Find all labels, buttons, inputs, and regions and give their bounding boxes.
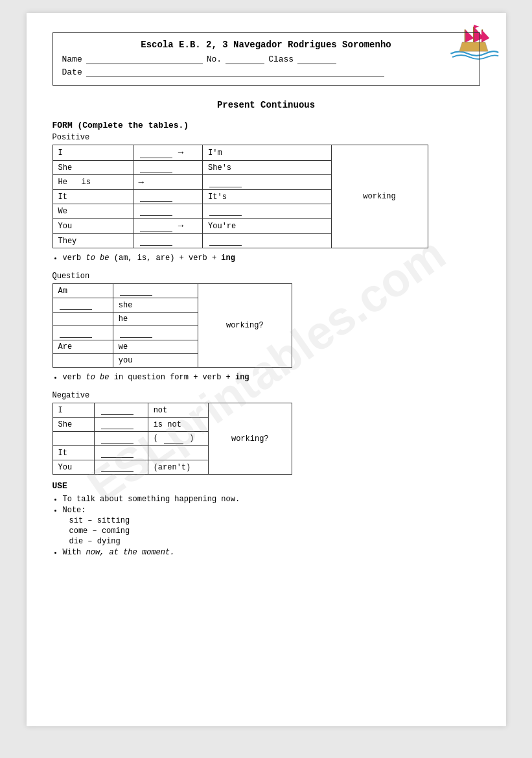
use-item-last: With now, at the moment. [63,548,480,557]
use-list: To talk about something happening now. N… [63,495,480,557]
page: ESLprintables.com Escola E.B. 2, 3 Naveg… [27,13,506,726]
use-item-1: To talk about something happening now. [63,495,480,504]
cell-verb [52,313,113,326]
cell-subject: You [52,219,133,234]
cell-neg: is not [148,418,208,432]
note-sub-list: sit – sitting come – coming die – dying [69,516,480,546]
cell-subject: she [113,298,198,313]
name-label: Name [62,54,82,64]
cell-neg: not [148,403,208,418]
table-row: I not working? [52,403,292,418]
cell-blank [133,161,202,175]
cell-blank: → [133,219,202,234]
cell-neg [148,446,208,460]
question-table: Am working? she he Are we you [52,283,292,368]
table-row: I → I'm working [52,145,428,161]
cell-working-neg: working? [209,403,292,475]
date-field[interactable] [86,67,384,77]
cell-contraction [203,175,332,190]
positive-note: verb to be (am, is, are) + verb + ing [63,254,480,263]
cell-verb: Am [52,284,113,298]
cell-blank [133,204,202,219]
positive-table: I → I'm working She She's He is → It It'… [52,145,428,248]
use-heading: USE [52,481,480,491]
cell-blank [94,403,148,418]
cell-subject: You [52,460,94,475]
cell-blank [133,190,202,204]
cell-verb [52,298,113,313]
cell-blank: → [133,175,202,190]
cell-subject [113,284,198,298]
cell-subject: he [113,313,198,326]
cell-neg: (aren't) [148,460,208,475]
name-field[interactable] [86,54,203,64]
cell-blank: → [133,145,202,161]
cell-subject [52,432,94,446]
cell-verb: Are [52,340,113,354]
cell-subject: It [52,446,94,460]
svg-marker-6 [474,25,480,28]
cell-contraction: I'm [203,145,332,161]
cell-subject: I [52,403,94,418]
cell-subject [113,326,198,340]
negative-table: I not working? She is not ( ) It You (ar [52,403,292,475]
cell-contraction: You're [203,219,332,234]
note-item: verb to be in question form + verb + ing [63,373,480,382]
note-item: verb to be (am, is, are) + verb + ing [63,254,480,263]
cell-blank [133,234,202,248]
note-sub-item: sit – sitting [69,516,480,525]
question-note: verb to be in question form + verb + ing [63,373,480,382]
class-label: Class [268,54,294,64]
class-field[interactable] [297,54,336,64]
cell-verb [52,326,113,340]
cell-working: working? [198,284,292,368]
cell-subject: I [52,145,133,161]
no-label: No. [207,54,222,64]
note-sub-item: die – dying [69,537,480,546]
cell-gerund-working: working [331,145,428,248]
negative-label: Negative [52,391,480,400]
cell-subject: She [52,161,133,175]
cell-blank [94,432,148,446]
date-label: Date [62,67,82,77]
cell-subject: She [52,418,94,432]
cell-subject: They [52,234,133,248]
cell-subject: you [113,354,198,368]
cell-contraction: It's [203,190,332,204]
page-title: Present Continuous [52,100,480,110]
svg-marker-5 [481,30,489,42]
cell-subject: It [52,190,133,204]
cell-verb [52,354,113,368]
header-date-line: Date [62,67,470,77]
cell-subject: we [113,340,198,354]
cell-subject: He is [52,175,133,190]
header-box: Escola E.B. 2, 3 Navegador Rodrigues Sor… [52,32,480,86]
cell-contraction: She's [203,161,332,175]
positive-label: Positive [52,133,480,142]
cell-blank [94,418,148,432]
header-name-line: Name No. Class [62,54,470,64]
cell-neg: ( ) [148,432,208,446]
cell-subject: We [52,204,133,219]
cell-blank [94,446,148,460]
table-row: Am working? [52,284,292,298]
school-name: Escola E.B. 2, 3 Navegador Rodrigues Sor… [62,40,470,50]
no-field[interactable] [226,54,264,64]
cell-contraction [203,234,332,248]
form-heading: FORM (Complete the tables.) [52,121,480,130]
cell-contraction [203,204,332,219]
use-item-note: Note: sit – sitting come – coming die – … [63,506,480,546]
note-sub-item: come – coming [69,527,480,536]
cell-blank [94,460,148,475]
question-label: Question [52,272,480,281]
